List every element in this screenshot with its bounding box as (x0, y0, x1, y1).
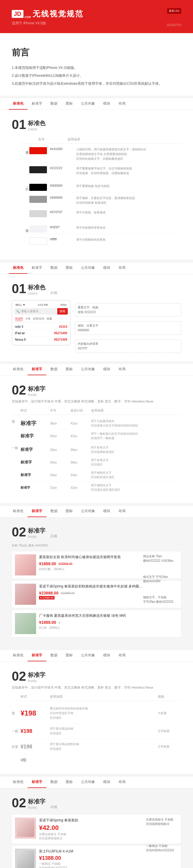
color-example-section: 01 标准色 colors 示例 BELL ▼ 4:21 PM 22%▪ 🔍 请… (0, 274, 193, 361)
tab-item-module-3[interactable]: 模块 (99, 364, 114, 375)
color-desc-red: 小面积对照，用于标题和视觉突出的文字，按钮和icon仅需选择按钮文字色 仅需需要… (76, 147, 181, 161)
tab-item-color-3[interactable]: 标准色 (9, 364, 28, 375)
price-sample-light: ¥198 (21, 744, 50, 750)
tab-item-layout-3[interactable]: 布局 (114, 364, 130, 375)
preface-section: 前言 1.本规范指南用于适配iPhone V4.功能版。 2.设计图基于iPho… (0, 38, 193, 96)
phone-mockup: BELL ▼ 4:21 PM 22%▪ 🔍 请输入搜索词 搜索 筛选档 小米 自… (12, 300, 71, 345)
tab-item-layout-5[interactable]: 布局 (114, 650, 130, 661)
phone-tab-fav[interactable]: 收藏 (47, 317, 52, 321)
price-usage-normal: 用于显示商品价格区别选区 (50, 726, 158, 736)
color-code-red: #e41000 (50, 147, 76, 151)
annotation-secondary-text: 辅助、次要文字#000000 (75, 321, 181, 335)
color-code-black: #000000 (50, 184, 76, 187)
tab-item-font-4[interactable]: 标准字 (28, 506, 46, 517)
font-sample-24: 标准字 (21, 472, 50, 477)
tab-item-data-5[interactable]: 数据 (46, 650, 62, 661)
font-usage-24: 用于辅助性文字区别标签选区选区 (91, 470, 181, 479)
header-date: 2014/07/19 (167, 24, 181, 27)
header-logo-row: JD .COM 无线视觉规范 (12, 9, 181, 19)
tab-item-layout-6[interactable]: 布局 (114, 777, 130, 788)
tab-item-module-4[interactable]: 模块 (99, 506, 114, 517)
phone-tab-filter[interactable]: 筛选档 (15, 317, 23, 321)
tab-nav-4: 标准色 标准字 数据 图标 公共对象 模块 布局 (0, 505, 193, 518)
tab-nav-1: 标准色 标准字 数据 图标 公共对象 模块 布局 (0, 98, 193, 110)
tab-item-color-6[interactable]: 标准色 (9, 777, 28, 788)
color-swatch-black (29, 184, 47, 191)
annotation-important-text: 重要文字、链接、按钮 #222222 (75, 303, 181, 317)
color-swatch-dark (29, 166, 47, 173)
color-section-label: 标准色 (28, 119, 46, 127)
price-section-header: 02 标准字 fronts (12, 670, 181, 683)
font-usage-28: 用于多类文字区别选择标签选区 (91, 445, 181, 454)
tab-item-font-6[interactable]: 标准字 (28, 777, 46, 788)
phone-list-item-1: note 3 ¥1314 (15, 323, 68, 330)
font-section-label: 标准字 (28, 385, 46, 393)
font-example-section: 02 标准字 fronts 示例 名称 70px以 颜色 #e41053c 夏装… (0, 518, 193, 647)
phone-search-button[interactable]: 搜索 (57, 308, 68, 314)
tab-item-layout-2[interactable]: 布局 (114, 262, 130, 274)
tab-item-data-4[interactable]: 数据 (46, 506, 62, 517)
tab-item-module-2[interactable]: 模块 (99, 262, 114, 274)
tab-item-layout-1[interactable]: 布局 (114, 98, 130, 110)
color-code-lightgray: #d7d7d7 (50, 210, 76, 214)
phone-tab-xiaomi[interactable]: 小米 (25, 317, 30, 321)
font-example-desc: 名称 70px以 颜色 #e41053c (12, 544, 181, 548)
tab-item-font-1[interactable]: 标准字 (28, 98, 46, 110)
tab-item-public-1[interactable]: 公共对象 (77, 98, 99, 110)
color-desc-lightgray: 用于分割线、标签描述 (76, 210, 181, 215)
tab-item-color-1[interactable]: 标准色 (9, 98, 28, 110)
tab-item-icon-1[interactable]: 图标 (62, 98, 77, 110)
tab-item-data-6[interactable]: 数据 (46, 777, 62, 788)
preface-title: 前言 (12, 46, 181, 59)
font-col-usage: 使用场景 (91, 408, 181, 413)
tab-item-layout-4[interactable]: 布局 (114, 506, 130, 517)
font-sample-26: 标准字 (21, 460, 50, 465)
price-product-meta-2: 一般商品 不加粗区别对照#b1#222222 (39, 862, 178, 868)
font-section-spec: 02 标准字 fronts 百知基本中，设计组中字体为 中黑、宋文汉雅体 样式清… (0, 375, 193, 503)
tab-item-module-5[interactable]: 模块 (99, 650, 114, 661)
tab-item-public-5[interactable]: 公共对象 (77, 650, 99, 661)
tab-item-data-2[interactable]: 数据 (46, 262, 62, 274)
phone-tab-zying[interactable]: 自营/自买 (33, 317, 44, 321)
font-usage-36: 用于主标题等相关区别选择大的文字按钮对按钮对按钮 (91, 419, 181, 428)
tab-nav-5: 标准色 标准字 数据 图标 公共对象 模块 布局 (0, 650, 193, 662)
tab-item-font-3[interactable]: 标准字 (28, 364, 46, 375)
product-img-2 (15, 584, 36, 605)
tab-item-public-2[interactable]: 公共对象 (77, 262, 99, 274)
font-annotation-1: 商品名称 70px颜色#222222 行距36px (143, 554, 184, 563)
tab-item-public-6[interactable]: 公共对象 (77, 777, 99, 788)
header-badge: 最新LED (167, 8, 181, 14)
price-sample-normal: ¥198 (21, 728, 50, 734)
phone-search-input[interactable]: 🔍 请输入搜索词 (15, 308, 56, 314)
tab-item-color-2[interactable]: 标准色 (9, 262, 28, 274)
tab-item-font-5[interactable]: 标准字 (28, 650, 46, 661)
color-code-gray: #999999 (50, 196, 76, 199)
font-annotation-3: 辅助文字，不加粗字号20px 颜色#222222 (143, 595, 184, 604)
tab-item-icon-3[interactable]: 图标 (62, 364, 77, 375)
phone-list-item-2: iPad air ¥5271409 (15, 330, 68, 337)
tab-item-data-3[interactable]: 数据 (46, 364, 62, 375)
tab-item-font-2[interactable]: 标准字 (28, 262, 46, 274)
color-swatch-lightgray (29, 210, 47, 217)
tab-item-color-5[interactable]: 标准色 (9, 650, 28, 661)
price-example-header: 02 标准字 fronts 示例 (12, 797, 181, 810)
tab-item-public-3[interactable]: 公共对象 (77, 364, 99, 375)
tab-item-module-6[interactable]: 模块 (99, 777, 114, 788)
product-price-1: ¥1888.00 (39, 561, 56, 566)
color-example-num: 01 (12, 282, 26, 295)
color-example-label: 标准色 (28, 283, 46, 291)
tab-item-icon-4[interactable]: 图标 (62, 506, 77, 517)
tab-item-icon-6[interactable]: 图标 (62, 777, 77, 788)
tab-item-public-4[interactable]: 公共对象 (77, 506, 99, 517)
tab-item-icon-2[interactable]: 图标 (62, 262, 77, 274)
color-example-tag: 示例 (50, 290, 57, 296)
price-sample-heavy: ¥198 (21, 709, 50, 717)
tab-item-module-1[interactable]: 模块 (99, 98, 114, 110)
tab-item-data-1[interactable]: 数据 (46, 98, 62, 110)
font-usage-26: 用于多类文字区别选区 (91, 458, 181, 467)
phone-list-item-3: Nexus 8 ¥5271409 (15, 337, 68, 343)
preface-item-2: 2.设计图基于iPhone640x1136频率片大设计。 (12, 72, 181, 79)
tab-item-icon-5[interactable]: 图标 (62, 650, 77, 661)
color-section-header: 01 标准色 colors (12, 118, 181, 131)
tab-item-color-4[interactable]: 标准色 (9, 506, 28, 517)
